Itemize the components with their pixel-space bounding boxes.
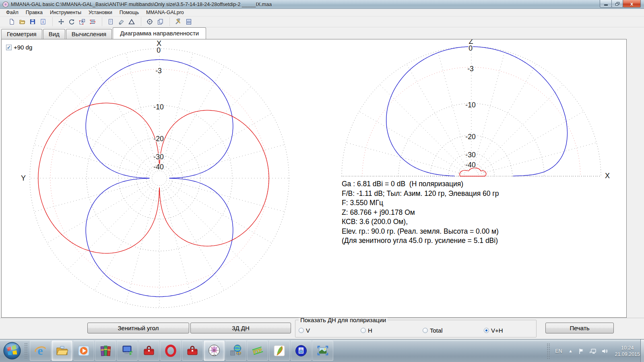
polarization-radio-h[interactable]: H <box>361 327 372 334</box>
blue-document-taskbar-button[interactable] <box>291 341 312 361</box>
media-player-taskbar-button[interactable] <box>73 341 94 361</box>
triangle-mesh-button[interactable] <box>126 17 137 26</box>
action-center-flag-icon[interactable] <box>578 348 584 354</box>
radio-circle-icon <box>484 328 489 333</box>
title-bar: MMANA-GAL basic C:\MMANA-GAL_Basic\ANT\H… <box>0 0 644 9</box>
feather-editor-taskbar-button[interactable] <box>269 341 290 361</box>
svg-text:X: X <box>157 39 161 47</box>
tab-1[interactable]: Геометрия <box>1 29 42 39</box>
calculator-icon <box>186 19 192 25</box>
polarization-radio-total[interactable]: Total <box>423 327 443 334</box>
remote-desktop-taskbar-button[interactable] <box>117 341 138 361</box>
close-button[interactable]: x <box>623 0 641 8</box>
new-file-icon <box>8 19 15 25</box>
export-view-button[interactable] <box>77 17 87 26</box>
mmana-gal-taskbar-button[interactable]: v.3 <box>204 341 225 361</box>
polarization-radio-vplush[interactable]: V+H <box>484 327 503 334</box>
internet-explorer-taskbar-button[interactable]: e <box>30 341 51 361</box>
tab-4[interactable]: Диаграмма направленности <box>113 27 206 39</box>
toolbox-taskbar-button[interactable] <box>138 341 159 361</box>
tab-3[interactable]: Вычисления <box>66 29 112 39</box>
window-title: MMANA-GAL basic C:\MMANA-GAL_Basic\ANT\H… <box>11 2 272 7</box>
restore-button[interactable] <box>611 0 623 8</box>
polarization-radio-v[interactable]: V <box>299 327 310 334</box>
svg-text:-40: -40 <box>465 161 476 169</box>
svg-text:v.3: v.3 <box>213 354 216 356</box>
opera-taskbar-button[interactable] <box>160 341 181 361</box>
new-file-button[interactable] <box>6 17 17 26</box>
menu-1[interactable]: Файл <box>2 9 22 16</box>
copy-view-button[interactable] <box>155 17 165 26</box>
zenith-angle-button[interactable]: Зенитный угол <box>87 323 189 333</box>
svg-text:-3: -3 <box>155 67 162 75</box>
clock-time: 10:24 <box>615 345 640 351</box>
svg-text:-40: -40 <box>153 163 164 171</box>
description-icon <box>107 19 114 25</box>
description-button[interactable] <box>105 17 116 26</box>
svg-text:e: e <box>37 344 43 357</box>
toolbox2-icon <box>186 344 199 357</box>
svg-text:0: 0 <box>157 46 161 54</box>
taskbar-clock[interactable]: 10:24 21.09.2015 <box>615 345 640 358</box>
menu-5[interactable]: Помощь <box>116 9 142 16</box>
tray-grip <box>547 343 550 359</box>
file-info-icon: i <box>40 19 46 25</box>
result-line: КСВ: 3.6 (200.0 Ом), <box>342 217 499 227</box>
network-tray-icon[interactable] <box>589 348 597 354</box>
open-file-button[interactable] <box>17 17 27 26</box>
toolbox2-taskbar-button[interactable] <box>182 341 203 361</box>
svg-text:Y: Y <box>21 174 26 182</box>
mmana-gal-icon: v.3 <box>208 344 221 357</box>
menu-3[interactable]: Инструменты <box>46 9 85 16</box>
save-file-button[interactable] <box>27 17 38 26</box>
network-globe-taskbar-button[interactable] <box>225 341 246 361</box>
wire-list-button[interactable] <box>87 17 98 26</box>
winrar-taskbar-button[interactable] <box>95 341 116 361</box>
feather-editor-icon <box>273 344 286 357</box>
tools-setup-button[interactable] <box>173 17 184 26</box>
calculator-button[interactable] <box>184 17 194 26</box>
radio-circle-icon <box>361 328 366 333</box>
start-button[interactable] <box>2 341 22 360</box>
internet-explorer-icon: e <box>34 344 47 357</box>
svg-text:Z: Z <box>469 39 473 45</box>
result-line: F: 3.550 МГц <box>342 198 499 208</box>
tools-setup-icon <box>175 19 182 25</box>
result-line: F/B: -1.11 dB; Тыл: Азим. 120 гр, Элевац… <box>342 189 499 199</box>
center-target-icon <box>147 19 153 25</box>
minimize-button[interactable] <box>600 0 612 8</box>
eraser-button[interactable] <box>116 17 126 26</box>
radio-circle-icon <box>299 328 304 333</box>
toolbar: i <box>0 16 644 27</box>
radiation-pattern-canvas: 0-3-10-20-30-40XY0-3-10-20-30-40ZX <box>2 39 626 317</box>
network-globe-icon <box>229 344 242 357</box>
plus90-checkbox-label: +90 dg <box>14 44 32 51</box>
radio-label: V+H <box>491 327 503 334</box>
center-target-button[interactable] <box>144 17 155 26</box>
move-button[interactable] <box>56 17 66 26</box>
tab-2[interactable]: Вид <box>43 29 65 39</box>
menu-6[interactable]: MMANA-GALpro <box>142 9 188 16</box>
print-button[interactable]: Печать <box>545 323 614 333</box>
rotate-button[interactable] <box>66 17 77 26</box>
3d-pattern-button[interactable]: 3Д ДН <box>190 323 291 333</box>
menu-2[interactable]: Правка <box>22 9 46 16</box>
taskbar-grip <box>24 343 28 359</box>
tray-expand-icon[interactable]: ▲ <box>569 349 573 353</box>
image-viewer-taskbar-button[interactable] <box>312 341 333 361</box>
svg-text:0: 0 <box>469 44 473 52</box>
svg-text:-10: -10 <box>465 101 476 109</box>
radio-label: Total <box>430 327 443 334</box>
export-view-icon <box>79 19 85 25</box>
windows-explorer-taskbar-button[interactable] <box>52 341 72 361</box>
menu-4[interactable]: Установки <box>85 9 116 16</box>
volume-tray-icon[interactable] <box>601 348 608 354</box>
svg-text:X: X <box>605 172 610 180</box>
radio-circle-icon <box>423 328 428 333</box>
language-indicator[interactable]: EN <box>555 348 562 354</box>
plus90-checkbox[interactable]: ✓ +90 dg <box>6 44 32 51</box>
show-desktop-button[interactable] <box>640 339 644 362</box>
ftp-taskbar-button[interactable]: FTP <box>247 341 268 361</box>
tab-strip: ГеометрияВидВычисленияДиаграмма направле… <box>0 27 644 39</box>
file-info-button[interactable]: i <box>38 17 48 26</box>
